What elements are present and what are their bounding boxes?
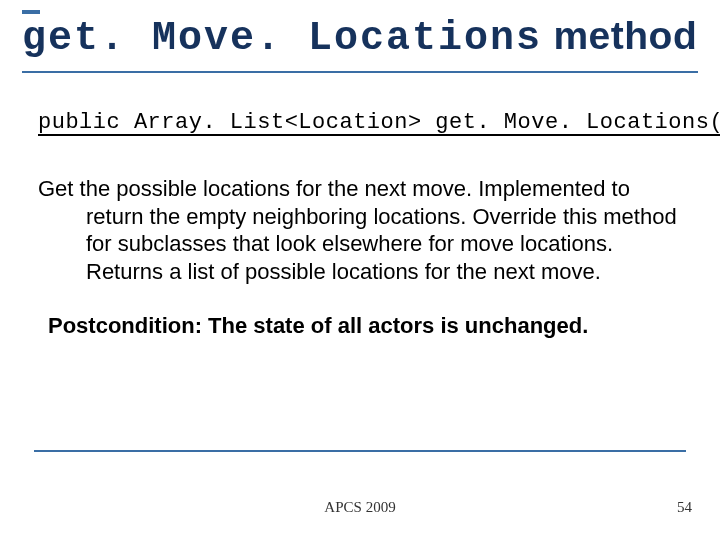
title-code: get. Move. Locations — [22, 16, 542, 61]
method-description: Get the possible locations for the next … — [38, 175, 690, 285]
slide: get. Move. Locations method public Array… — [0, 0, 720, 540]
bottom-rule — [34, 450, 686, 452]
slide-title: get. Move. Locations method — [22, 12, 698, 73]
title-rest: method — [542, 14, 697, 57]
page-number: 54 — [677, 499, 692, 516]
title-block: get. Move. Locations method — [22, 10, 698, 73]
description-text: Get the possible locations for the next … — [38, 175, 690, 285]
content-area: public Array. List<Location> get. Move. … — [38, 110, 690, 363]
footer-center: APCS 2009 — [0, 499, 720, 516]
postcondition: Postcondition: The state of all actors i… — [38, 313, 690, 339]
method-signature: public Array. List<Location> get. Move. … — [38, 110, 690, 135]
